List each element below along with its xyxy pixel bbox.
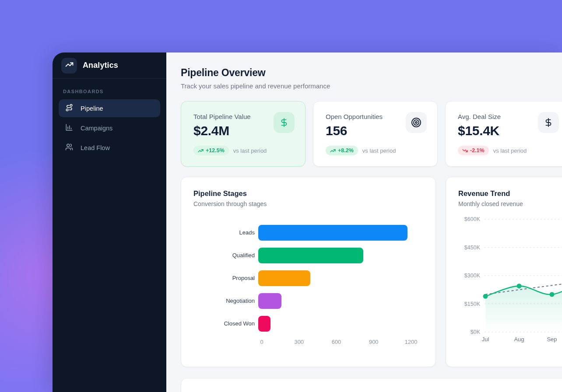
y-tick-label: $600K [464,216,481,222]
pipeline-stages-card: Pipeline Stages Conversion through stage… [181,177,436,367]
revenue-trend-card: Revenue Trend Monthly closed revenue $0K… [446,177,562,367]
chart-title: Revenue Trend [458,189,562,198]
y-tick-label: $150K [464,301,481,307]
data-point-marker [517,284,522,288]
bar-category-label: Proposal [193,275,258,282]
x-tick-label: 900 [369,339,379,345]
bar-row: Qualified [193,248,423,263]
data-point-marker [550,292,555,297]
kpi-footer: -2.1% vs last period [458,146,557,155]
chart-title: Pipeline Stages [193,189,423,198]
page-subtitle: Track your sales pipeline and revenue pe… [181,82,562,90]
x-tick-label: Aug [514,336,524,343]
revenue-area [485,280,562,332]
dollar-icon [274,112,295,133]
bar [258,248,363,263]
change-badge: -2.1% [458,146,489,155]
compare-label: vs last period [493,147,527,154]
kpi-card-avg-deal-size: Avg. Deal Size $15.4K -2.1% vs last peri… [445,101,562,167]
kpi-footer: +8.2% vs last period [326,146,425,155]
kpi-card-total-pipeline-value: Total Pipeline Value $2.4M +12.5% vs las… [181,101,306,167]
sidebar-item-label: Pipeline [81,105,103,112]
dollar-icon [538,112,559,133]
x-tick-label: Jul [482,336,489,343]
pipeline-stages-rows: LeadsQualifiedProposalNegotiationClosed … [193,225,423,332]
bar-track [258,225,407,241]
sidebar-item-label: Lead Flow [81,144,110,151]
trending-up-icon [65,60,74,70]
y-tick-label: $300K [464,273,481,279]
kpi-footer: +12.5% vs last period [193,146,293,155]
users-icon [65,143,73,152]
y-tick-label: $0K [471,329,481,335]
sidebar-section-label: DASHBOARDS [63,89,156,94]
bar-track [258,270,407,286]
bar-category-label: Leads [193,229,258,236]
x-tick-label: 300 [294,339,304,345]
app-title: Analytics [83,61,118,70]
app-window: Analytics DASHBOARDS Pipeline Campaigns [53,52,562,392]
chart-subtitle: Conversion through stages [193,200,423,207]
bar-row: Negotiation [193,293,423,309]
revenue-trend-chart: $0K$150K$300K$450K$600KJulAugSep [458,214,562,350]
bar [258,225,407,241]
compare-label: vs last period [362,147,396,154]
trending-down-icon [462,148,468,154]
pipeline-stages-x-axis: 03006009001200 [262,339,411,346]
logo-row: Analytics [53,52,166,79]
analytics-logo [61,58,77,74]
revenue-line-chart-svg: $0K$150K$300K$450K$600KJulAugSep [458,214,562,348]
route-icon [65,104,73,113]
bar-track [258,248,407,263]
main-content: Pipeline Overview Track your sales pipel… [166,52,562,392]
bar [258,270,310,286]
bar-track [258,293,407,309]
x-tick-label: 600 [332,339,341,345]
sidebar-item-lead-flow[interactable]: Lead Flow [59,139,160,157]
y-tick-label: $450K [464,245,481,251]
compare-label: vs last period [233,147,267,154]
bar-category-label: Negotiation [193,298,258,304]
kpi-card-open-opportunities: Open Opportunities 156 +8.2% vs last per… [313,101,438,167]
target-icon [406,112,427,133]
chart-subtitle: Monthly closed revenue [458,200,562,207]
page-title: Pipeline Overview [181,67,562,79]
sidebar-item-label: Campaigns [81,125,112,132]
bar-category-label: Qualified [193,252,258,259]
bar-category-label: Closed Won [193,320,258,327]
bar-row: Leads [193,225,423,241]
bar-row: Proposal [193,270,423,286]
bar [258,293,281,309]
charts-row: Pipeline Stages Conversion through stage… [181,177,562,367]
trending-up-icon [198,148,204,154]
bottom-card-partial [181,378,562,392]
bar [258,316,270,332]
bar-chart-icon [65,123,73,133]
data-point-marker [483,294,488,299]
bar-row: Closed Won [193,316,423,332]
change-badge: +8.2% [326,146,358,155]
kpi-row: Total Pipeline Value $2.4M +12.5% vs las… [181,101,562,167]
change-badge: +12.5% [193,146,229,155]
bar-track [258,316,407,332]
trending-up-icon [330,148,336,154]
x-tick-label: Sep [547,336,557,343]
x-tick-label: 0 [260,339,263,345]
sidebar-item-campaigns[interactable]: Campaigns [59,119,160,137]
sidebar-item-pipeline[interactable]: Pipeline [59,99,160,117]
sidebar: Analytics DASHBOARDS Pipeline Campaigns [53,52,166,392]
x-tick-label: 1200 [405,339,418,345]
